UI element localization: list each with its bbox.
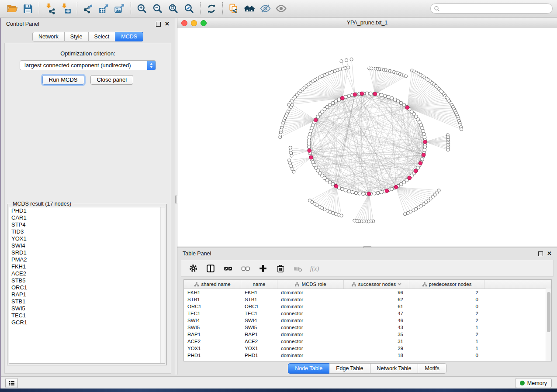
column-header-shared-name[interactable]: shared name (184, 280, 241, 289)
cell-shared-name[interactable]: ACE2 (184, 339, 241, 344)
cell-shared-name[interactable]: STB1 (184, 297, 241, 302)
cell-name[interactable]: RAP1 (241, 332, 277, 337)
cell-predecessor-nodes[interactable]: 1 (409, 339, 484, 344)
tab-network[interactable]: Network (32, 32, 65, 41)
mcds-dominator-node[interactable] (373, 92, 377, 96)
table-row[interactable]: FKH1FKH1dominator962 (184, 289, 551, 296)
cell-name[interactable]: STB1 (241, 297, 277, 302)
mcds-node[interactable]: ORC1 (9, 284, 165, 291)
cell-MCDS-role[interactable]: dominator (277, 353, 344, 358)
mcds-node[interactable]: SWI4 (9, 242, 165, 249)
table-row[interactable]: RAP1RAP1dominator352 (184, 331, 551, 338)
mcds-dominator-node[interactable] (385, 189, 389, 193)
cell-predecessor-nodes[interactable]: 1 (409, 346, 484, 351)
cell-MCDS-role[interactable]: connector (277, 325, 344, 330)
mcds-node[interactable]: PHD1 (9, 207, 165, 214)
table-row[interactable]: PHD1PHD1dominator180 (184, 352, 551, 359)
cell-name[interactable]: SWI5 (241, 325, 277, 330)
cell-predecessor-nodes[interactable]: 2 (409, 311, 484, 316)
zoom-fit-icon[interactable] (166, 2, 181, 16)
table-row[interactable]: TEC1TEC1connector472 (184, 310, 551, 317)
mcds-dominator-node[interactable] (423, 140, 427, 144)
cell-name[interactable]: TEC1 (241, 311, 277, 316)
mcds-node[interactable]: STB5 (9, 277, 165, 284)
mcds-node[interactable]: GCR1 (9, 319, 165, 326)
tab-motifs[interactable]: Motifs (418, 363, 446, 374)
mcds-node[interactable]: STP4 (9, 221, 165, 228)
hide-selected-icon[interactable] (257, 2, 273, 16)
network-title-bar[interactable]: YPA_prune.txt_1 (177, 18, 557, 28)
cell-shared-name[interactable]: SWI5 (184, 325, 241, 330)
select-all-icon[interactable] (222, 263, 234, 274)
cell-MCDS-role[interactable]: dominator (277, 290, 344, 295)
duplicate-network-icon[interactable] (226, 2, 242, 16)
show-all-icon[interactable] (273, 2, 289, 16)
export-table-icon[interactable] (96, 2, 112, 16)
tab-mcds[interactable]: MCDS (115, 32, 143, 41)
mcds-node[interactable]: PMA2 (9, 256, 165, 263)
mcds-dominator-node[interactable] (334, 184, 338, 188)
cell-MCDS-role[interactable]: dominator (277, 304, 344, 309)
columns-icon[interactable] (205, 263, 216, 274)
cell-predecessor-nodes[interactable]: 2 (409, 290, 484, 295)
cell-predecessor-nodes[interactable]: 0 (409, 353, 484, 358)
mcds-node[interactable]: TEC1 (9, 312, 165, 319)
mcds-result-scrollbar[interactable] (160, 207, 165, 363)
table-row[interactable]: YOX1YOX1connector291 (184, 345, 551, 352)
search-input[interactable] (440, 5, 549, 12)
mcds-dominator-node[interactable] (314, 118, 318, 122)
network-canvas[interactable] (177, 28, 557, 246)
mcds-result-list[interactable]: PHD1CAR1STP4TID3YOX1SWI4SRD1PMA2FKH1ACE2… (9, 207, 165, 364)
mcds-node[interactable]: YOX1 (9, 235, 165, 242)
cell-name[interactable]: PHD1 (241, 353, 277, 358)
cell-shared-name[interactable]: SWI4 (184, 318, 241, 323)
cell-successor-nodes[interactable]: 18 (344, 353, 409, 358)
column-header-MCDS-role[interactable]: MCDS role (277, 280, 344, 289)
cell-shared-name[interactable]: ORC1 (184, 304, 241, 309)
cell-MCDS-role[interactable]: dominator (277, 318, 344, 323)
mcds-node[interactable]: SWI5 (9, 305, 165, 312)
search-box[interactable] (430, 3, 553, 14)
run-mcds-button[interactable]: Run MCDS (42, 75, 84, 85)
mcds-dominator-node[interactable] (408, 176, 412, 180)
delete-column-icon[interactable] (275, 263, 286, 274)
cell-successor-nodes[interactable]: 96 (344, 290, 409, 295)
table-row[interactable]: SWI4SWI4dominator462 (184, 317, 551, 324)
import-network-icon[interactable] (42, 2, 58, 16)
cell-successor-nodes[interactable]: 47 (344, 311, 409, 316)
mcds-dominator-node[interactable] (308, 149, 311, 153)
cell-name[interactable]: SWI4 (241, 318, 277, 323)
mcds-dominator-node[interactable] (405, 106, 409, 110)
mcds-dominator-node[interactable] (394, 185, 398, 189)
table-row[interactable]: SWI5SWI5connector431 (184, 324, 551, 331)
optimization-criterion-select[interactable]: largest connected component (undirected) (20, 60, 156, 70)
open-file-icon[interactable] (4, 2, 20, 16)
cell-shared-name[interactable]: TEC1 (184, 311, 241, 316)
cell-successor-nodes[interactable]: 43 (344, 325, 409, 330)
cell-predecessor-nodes[interactable]: 2 (409, 332, 484, 337)
cell-name[interactable]: FKH1 (241, 290, 277, 295)
maximize-window-icon[interactable] (201, 20, 207, 26)
close-panel-icon[interactable]: ✕ (165, 22, 170, 26)
export-network-icon[interactable] (80, 2, 96, 16)
mcds-node[interactable]: SRD1 (9, 249, 165, 256)
table-scrollbar-thumb[interactable] (547, 292, 550, 332)
zoom-selected-icon[interactable] (181, 2, 197, 16)
cell-successor-nodes[interactable]: 62 (344, 297, 409, 302)
mcds-node[interactable]: FKH1 (9, 263, 165, 270)
cell-shared-name[interactable]: YOX1 (184, 346, 241, 351)
cell-MCDS-role[interactable]: dominator (277, 297, 344, 302)
mcds-dominator-node[interactable] (419, 162, 422, 165)
refresh-icon[interactable] (204, 2, 219, 16)
add-column-icon[interactable] (257, 263, 269, 274)
mcds-node[interactable]: RAP1 (9, 291, 165, 298)
cell-successor-nodes[interactable]: 35 (344, 332, 409, 337)
float-table-panel-icon[interactable] (538, 251, 543, 256)
save-session-icon[interactable] (20, 2, 36, 16)
cell-shared-name[interactable]: RAP1 (184, 332, 241, 337)
show-panels-button[interactable] (5, 378, 18, 388)
table-row[interactable]: ACE2ACE2connector311 (184, 338, 551, 345)
mcds-node[interactable]: ACE2 (9, 270, 165, 277)
cell-successor-nodes[interactable]: 31 (344, 339, 409, 344)
cell-name[interactable]: ACE2 (241, 339, 277, 344)
